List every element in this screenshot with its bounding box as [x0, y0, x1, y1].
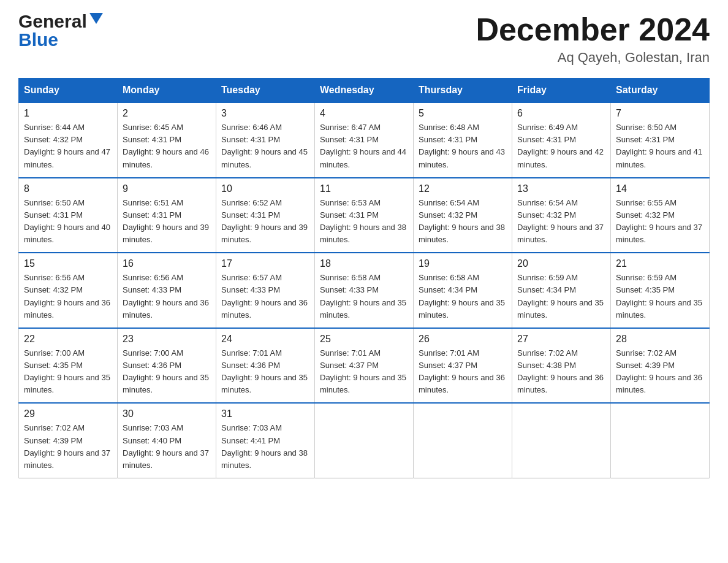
day-number: 31	[221, 408, 309, 419]
day-number: 19	[419, 258, 507, 269]
logo-general: General	[18, 12, 87, 31]
day-number: 11	[320, 183, 408, 194]
title-section: December 2024 Aq Qayeh, Golestan, Iran	[476, 12, 710, 66]
day-info: Sunrise: 6:57 AMSunset: 4:33 PMDaylight:…	[221, 273, 308, 319]
day-number: 21	[616, 258, 704, 269]
table-row: 31 Sunrise: 7:03 AMSunset: 4:41 PMDaylig…	[216, 403, 315, 478]
day-number: 2	[123, 108, 211, 119]
logo-blue: Blue	[18, 31, 58, 49]
logo: General Blue	[18, 12, 103, 49]
day-info: Sunrise: 7:01 AMSunset: 4:37 PMDaylight:…	[419, 348, 505, 394]
calendar-table: Sunday Monday Tuesday Wednesday Thursday…	[18, 78, 710, 478]
day-number: 14	[616, 183, 704, 194]
calendar-week-4: 22 Sunrise: 7:00 AMSunset: 4:35 PMDaylig…	[19, 328, 710, 404]
month-title: December 2024	[476, 12, 710, 47]
day-info: Sunrise: 6:51 AMSunset: 4:31 PMDaylight:…	[123, 198, 209, 244]
table-row: 24 Sunrise: 7:01 AMSunset: 4:36 PMDaylig…	[216, 328, 315, 404]
day-info: Sunrise: 7:01 AMSunset: 4:37 PMDaylight:…	[320, 348, 406, 394]
day-info: Sunrise: 6:58 AMSunset: 4:34 PMDaylight:…	[419, 273, 505, 319]
day-number: 27	[517, 334, 605, 345]
day-info: Sunrise: 6:45 AMSunset: 4:31 PMDaylight:…	[123, 123, 209, 169]
day-info: Sunrise: 6:59 AMSunset: 4:35 PMDaylight:…	[616, 273, 702, 319]
day-number: 17	[221, 258, 309, 269]
day-number: 10	[221, 183, 309, 194]
table-row: 8 Sunrise: 6:50 AMSunset: 4:31 PMDayligh…	[19, 178, 118, 253]
table-row: 18 Sunrise: 6:58 AMSunset: 4:33 PMDaylig…	[315, 253, 414, 328]
col-saturday: Saturday	[611, 79, 710, 103]
table-row: 20 Sunrise: 6:59 AMSunset: 4:34 PMDaylig…	[512, 253, 611, 328]
day-info: Sunrise: 7:02 AMSunset: 4:39 PMDaylight:…	[616, 348, 702, 394]
table-row: 22 Sunrise: 7:00 AMSunset: 4:35 PMDaylig…	[19, 328, 118, 404]
day-number: 3	[221, 108, 309, 119]
calendar-week-1: 1 Sunrise: 6:44 AMSunset: 4:32 PMDayligh…	[19, 102, 710, 178]
table-row	[512, 403, 611, 478]
table-row: 15 Sunrise: 6:56 AMSunset: 4:32 PMDaylig…	[19, 253, 118, 328]
table-row: 7 Sunrise: 6:50 AMSunset: 4:31 PMDayligh…	[611, 102, 710, 178]
day-info: Sunrise: 6:50 AMSunset: 4:31 PMDaylight:…	[616, 123, 702, 169]
day-number: 23	[123, 334, 211, 345]
table-row: 5 Sunrise: 6:48 AMSunset: 4:31 PMDayligh…	[414, 102, 512, 178]
table-row: 13 Sunrise: 6:54 AMSunset: 4:32 PMDaylig…	[512, 178, 611, 253]
table-row: 25 Sunrise: 7:01 AMSunset: 4:37 PMDaylig…	[315, 328, 414, 404]
day-number: 7	[616, 108, 704, 119]
day-info: Sunrise: 6:56 AMSunset: 4:32 PMDaylight:…	[24, 273, 110, 319]
day-info: Sunrise: 7:00 AMSunset: 4:35 PMDaylight:…	[24, 348, 110, 394]
col-tuesday: Tuesday	[216, 79, 315, 103]
location: Aq Qayeh, Golestan, Iran	[476, 50, 710, 66]
table-row: 30 Sunrise: 7:03 AMSunset: 4:40 PMDaylig…	[118, 403, 216, 478]
day-info: Sunrise: 6:53 AMSunset: 4:31 PMDaylight:…	[320, 198, 406, 244]
day-info: Sunrise: 6:55 AMSunset: 4:32 PMDaylight:…	[616, 198, 702, 244]
table-row: 9 Sunrise: 6:51 AMSunset: 4:31 PMDayligh…	[118, 178, 216, 253]
calendar-week-3: 15 Sunrise: 6:56 AMSunset: 4:32 PMDaylig…	[19, 253, 710, 328]
table-row: 27 Sunrise: 7:02 AMSunset: 4:38 PMDaylig…	[512, 328, 611, 404]
day-number: 13	[517, 183, 605, 194]
day-number: 8	[24, 183, 112, 194]
day-number: 15	[24, 258, 112, 269]
col-sunday: Sunday	[19, 79, 118, 103]
day-info: Sunrise: 7:03 AMSunset: 4:40 PMDaylight:…	[123, 423, 209, 469]
table-row: 4 Sunrise: 6:47 AMSunset: 4:31 PMDayligh…	[315, 102, 414, 178]
table-row: 2 Sunrise: 6:45 AMSunset: 4:31 PMDayligh…	[118, 102, 216, 178]
table-row: 12 Sunrise: 6:54 AMSunset: 4:32 PMDaylig…	[414, 178, 512, 253]
logo-arrow-icon	[89, 13, 103, 26]
day-info: Sunrise: 6:54 AMSunset: 4:32 PMDaylight:…	[419, 198, 505, 244]
table-row: 17 Sunrise: 6:57 AMSunset: 4:33 PMDaylig…	[216, 253, 315, 328]
day-info: Sunrise: 6:48 AMSunset: 4:31 PMDaylight:…	[419, 123, 505, 169]
table-row: 10 Sunrise: 6:52 AMSunset: 4:31 PMDaylig…	[216, 178, 315, 253]
day-number: 24	[221, 334, 309, 345]
table-row	[611, 403, 710, 478]
day-info: Sunrise: 6:47 AMSunset: 4:31 PMDaylight:…	[320, 123, 406, 169]
table-row: 16 Sunrise: 6:56 AMSunset: 4:33 PMDaylig…	[118, 253, 216, 328]
day-number: 18	[320, 258, 408, 269]
day-info: Sunrise: 7:02 AMSunset: 4:39 PMDaylight:…	[24, 423, 110, 469]
table-row: 6 Sunrise: 6:49 AMSunset: 4:31 PMDayligh…	[512, 102, 611, 178]
day-number: 1	[24, 108, 112, 119]
day-number: 29	[24, 408, 112, 419]
day-info: Sunrise: 6:59 AMSunset: 4:34 PMDaylight:…	[517, 273, 604, 319]
day-info: Sunrise: 6:49 AMSunset: 4:31 PMDaylight:…	[517, 123, 604, 169]
table-row: 28 Sunrise: 7:02 AMSunset: 4:39 PMDaylig…	[611, 328, 710, 404]
day-info: Sunrise: 7:01 AMSunset: 4:36 PMDaylight:…	[221, 348, 308, 394]
day-number: 9	[123, 183, 211, 194]
col-friday: Friday	[512, 79, 611, 103]
day-info: Sunrise: 6:58 AMSunset: 4:33 PMDaylight:…	[320, 273, 406, 319]
day-number: 5	[419, 108, 507, 119]
day-info: Sunrise: 6:50 AMSunset: 4:31 PMDaylight:…	[24, 198, 110, 244]
col-thursday: Thursday	[414, 79, 512, 103]
col-wednesday: Wednesday	[315, 79, 414, 103]
table-row: 1 Sunrise: 6:44 AMSunset: 4:32 PMDayligh…	[19, 102, 118, 178]
day-info: Sunrise: 7:00 AMSunset: 4:36 PMDaylight:…	[123, 348, 209, 394]
day-number: 4	[320, 108, 408, 119]
table-row: 14 Sunrise: 6:55 AMSunset: 4:32 PMDaylig…	[611, 178, 710, 253]
svg-marker-0	[89, 13, 103, 24]
day-number: 22	[24, 334, 112, 345]
table-row: 3 Sunrise: 6:46 AMSunset: 4:31 PMDayligh…	[216, 102, 315, 178]
day-info: Sunrise: 6:46 AMSunset: 4:31 PMDaylight:…	[221, 123, 308, 169]
day-number: 12	[419, 183, 507, 194]
calendar-week-2: 8 Sunrise: 6:50 AMSunset: 4:31 PMDayligh…	[19, 178, 710, 253]
page-header: General Blue December 2024 Aq Qayeh, Gol…	[18, 12, 710, 66]
day-number: 25	[320, 334, 408, 345]
day-number: 28	[616, 334, 704, 345]
day-info: Sunrise: 7:03 AMSunset: 4:41 PMDaylight:…	[221, 423, 308, 469]
day-info: Sunrise: 6:52 AMSunset: 4:31 PMDaylight:…	[221, 198, 308, 244]
